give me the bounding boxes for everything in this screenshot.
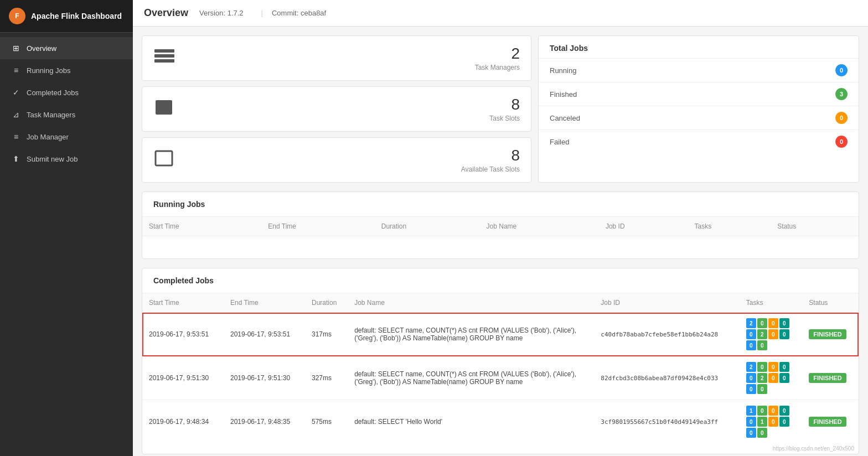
sidebar-item-label: Overview [27, 44, 56, 53]
available-slots-values: 8 Available Task Slots [461, 147, 520, 173]
stats-cards-group: 2 Task Managers 8 Task Slots [142, 35, 531, 183]
totals-canceled-label: Canceled [550, 114, 580, 122]
totals-running-row: Running 0 [539, 59, 859, 82]
totals-finished-badge: 3 [835, 88, 848, 100]
svg-rect-5 [156, 100, 172, 115]
stats-row: 2 Task Managers 8 Task Slots [142, 35, 859, 183]
svg-rect-4 [154, 59, 174, 63]
col-status: Status [771, 217, 859, 236]
job-start-time: 2019-06-17, 9:53:51 [142, 313, 224, 356]
job-manager-icon: ≡ [11, 132, 21, 141]
task-managers-label: Task Managers [475, 64, 520, 71]
page-title: Overview [144, 7, 188, 19]
available-slots-number: 8 [461, 147, 520, 164]
completed-jobs-header-row: Start Time End Time Duration Job Name Jo… [142, 293, 859, 313]
completed-jobs-section: Completed Jobs Start Time End Time Durat… [142, 268, 859, 454]
col-job-name: Job Name [480, 217, 599, 236]
running-jobs-header-row: Start Time End Time Duration Job Name Jo… [142, 217, 859, 236]
totals-failed-badge: 0 [835, 136, 848, 148]
sidebar-item-submit-job[interactable]: ⬆ Submit new Job [0, 148, 133, 170]
task-managers-card-icon [153, 47, 175, 69]
job-name: default: SELECT name, COUNT(*) AS cnt FR… [348, 356, 594, 400]
col-job-name: Job Name [348, 293, 594, 313]
totals-finished-label: Finished [550, 90, 577, 99]
job-end-time: 2019-06-17, 9:48:35 [224, 400, 305, 444]
version-label: Version: 1.7.2 [199, 9, 244, 17]
col-status: Status [802, 293, 859, 313]
totals-title: Total Jobs [539, 36, 859, 59]
submit-job-icon: ⬆ [11, 154, 21, 163]
content-area: 2 Task Managers 8 Task Slots [133, 27, 868, 456]
sidebar-item-running-jobs[interactable]: ≡ Running Jobs [0, 59, 133, 81]
available-slots-card: 8 Available Task Slots [142, 137, 531, 183]
totals-running-label: Running [550, 66, 576, 75]
task-slots-values: 8 Task Slots [489, 96, 520, 122]
available-slots-card-icon [153, 149, 174, 172]
col-tasks: Tasks [688, 217, 771, 236]
sidebar-nav: ⊞ Overview ≡ Running Jobs ✓ Completed Jo… [0, 33, 133, 174]
totals-canceled-row: Canceled 0 [539, 106, 859, 130]
svg-rect-2 [154, 49, 174, 53]
totals-failed-row: Failed 0 [539, 130, 859, 153]
running-jobs-empty-cell [142, 236, 859, 259]
sidebar-item-job-manager[interactable]: ≡ Job Manager [0, 126, 133, 148]
completed-jobs-title: Completed Jobs [142, 268, 859, 293]
task-managers-number: 2 [475, 45, 520, 63]
job-name: default: SELECT 'Hello World' [348, 400, 594, 444]
job-end-time: 2019-06-17, 9:51:30 [224, 356, 305, 400]
running-jobs-table: Start Time End Time Duration Job Name Jo… [142, 217, 859, 258]
completed-jobs-icon: ✓ [11, 88, 21, 97]
job-status: FINISHED [802, 313, 859, 356]
sidebar-logo: F [9, 8, 25, 24]
task-managers-card: 2 Task Managers [142, 35, 531, 81]
job-status: FINISHED [802, 400, 859, 444]
completed-job-row[interactable]: 2019-06-17, 9:53:51 2019-06-17, 9:53:51 … [142, 313, 859, 356]
sidebar-header: F Apache Flink Dashboard [0, 0, 133, 33]
sidebar-item-completed-jobs[interactable]: ✓ Completed Jobs [0, 81, 133, 103]
col-job-id: Job ID [599, 217, 688, 236]
task-managers-values: 2 Task Managers [475, 45, 520, 71]
url-hint: https://blog.csdn.net/en_240x500 [142, 443, 859, 454]
running-jobs-section: Running Jobs Start Time End Time Duratio… [142, 191, 859, 259]
overview-icon: ⊞ [11, 44, 21, 53]
sidebar-item-overview[interactable]: ⊞ Overview [0, 37, 133, 59]
job-tasks: 2000020000 [740, 356, 803, 400]
running-jobs-table-wrap: Start Time End Time Duration Job Name Jo… [142, 217, 859, 258]
running-jobs-empty-row [142, 236, 859, 259]
job-start-time: 2019-06-17, 9:48:34 [142, 400, 224, 444]
sidebar-item-task-managers[interactable]: ⊿ Task Managers [0, 103, 133, 126]
svg-rect-3 [154, 54, 174, 58]
col-start-time: Start Time [142, 293, 224, 313]
completed-job-row[interactable]: 2019-06-17, 9:51:30 2019-06-17, 9:51:30 … [142, 356, 859, 400]
job-duration: 327ms [305, 356, 348, 400]
col-duration: Duration [305, 293, 348, 313]
totals-canceled-badge: 0 [835, 112, 848, 124]
col-end-time: End Time [261, 217, 374, 236]
totals-finished-row: Finished 3 [539, 82, 859, 106]
commit-label: Commit: ceba8af [272, 9, 326, 17]
totals-card: Total Jobs Running 0 Finished 3 Canceled… [538, 35, 859, 183]
job-start-time: 2019-06-17, 9:51:30 [142, 356, 224, 400]
totals-running-badge: 0 [835, 64, 848, 76]
job-tasks: 1000010000 [740, 400, 803, 444]
completed-jobs-table-wrap: Start Time End Time Duration Job Name Jo… [142, 293, 859, 443]
task-managers-icon: ⊿ [11, 110, 21, 119]
sidebar: F Apache Flink Dashboard ⊞ Overview ≡ Ru… [0, 0, 133, 456]
task-slots-card: 8 Task Slots [142, 86, 531, 132]
col-tasks: Tasks [740, 293, 803, 313]
sidebar-title: Apache Flink Dashboard [31, 12, 122, 20]
sidebar-item-label: Completed Jobs [27, 89, 79, 97]
job-duration: 317ms [305, 313, 348, 356]
col-start-time: Start Time [142, 217, 261, 236]
svg-text:F: F [15, 12, 19, 20]
running-jobs-title: Running Jobs [142, 192, 859, 217]
sidebar-item-label: Task Managers [27, 111, 75, 119]
completed-job-row[interactable]: 2019-06-17, 9:48:34 2019-06-17, 9:48:35 … [142, 400, 859, 444]
completed-jobs-table: Start Time End Time Duration Job Name Jo… [142, 293, 859, 443]
job-status: FINISHED [802, 356, 859, 400]
available-slots-icon [153, 149, 174, 168]
task-slots-card-icon [153, 98, 174, 121]
sidebar-item-label: Running Jobs [27, 66, 71, 75]
job-id: 3cf9801955667c51b0f40d49149ea3ff [594, 400, 740, 444]
col-end-time: End Time [224, 293, 305, 313]
